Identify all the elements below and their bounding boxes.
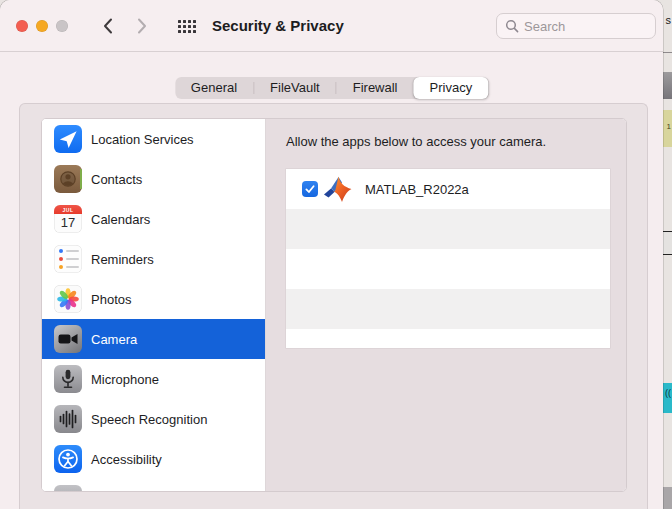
calendar-month-badge: JUL: [54, 205, 82, 214]
tabs-segmented-control: General FileVault Firewall Privacy: [175, 77, 488, 99]
tab-firewall[interactable]: Firewall: [337, 77, 414, 99]
background-teal-mark: ((: [665, 388, 671, 398]
titlebar: Security & Privacy Search: [0, 0, 663, 52]
app-row-matlab[interactable]: MATLAB_R2022a: [286, 169, 610, 209]
sidebar-item-label: Accessibility: [91, 452, 162, 467]
sidebar-item-label: Camera: [91, 332, 137, 347]
photos-icon: [54, 285, 82, 313]
clipped-app-icon: [54, 485, 82, 491]
matlab-checkbox-checked[interactable]: [302, 181, 318, 197]
privacy-sidebar[interactable]: Location Services Contacts: [42, 119, 266, 491]
app-name-label: MATLAB_R2022a: [365, 182, 469, 197]
tab-privacy[interactable]: Privacy: [414, 77, 489, 99]
forward-chevron-icon[interactable]: [135, 17, 149, 35]
background-olive-mark: 1: [667, 122, 671, 131]
sidebar-item-speech-recognition[interactable]: Speech Recognition: [42, 399, 265, 439]
calendars-icon: JUL 17: [54, 205, 82, 233]
window-title: Security & Privacy: [212, 17, 344, 34]
search-input[interactable]: Search: [496, 13, 656, 39]
traffic-lights: [16, 20, 68, 32]
speech-recognition-icon: [54, 405, 82, 433]
sidebar-item-label: Contacts: [91, 172, 142, 187]
sidebar-item-microphone[interactable]: Microphone: [42, 359, 265, 399]
search-icon: [505, 19, 519, 33]
accessibility-icon: [54, 445, 82, 473]
reminders-icon: [54, 245, 82, 273]
camera-app-list[interactable]: MATLAB_R2022a: [286, 169, 610, 348]
sidebar-item-label: Microphone: [91, 372, 159, 387]
sidebar-item-label: Photos: [91, 292, 131, 307]
calendar-day-badge: 17: [54, 214, 82, 232]
matlab-icon: [322, 172, 356, 206]
background-gray-block: [662, 72, 672, 99]
tab-filevault[interactable]: FileVault: [254, 77, 336, 99]
zoom-button-disabled: [56, 20, 68, 32]
empty-list-row: [286, 329, 610, 348]
minimize-button[interactable]: [36, 20, 48, 32]
sidebar-item-camera[interactable]: Camera: [42, 319, 265, 359]
sidebar-item-calendars[interactable]: JUL 17 Calendars: [42, 199, 265, 239]
background-line: [662, 52, 672, 53]
sidebar-item-contacts[interactable]: Contacts: [42, 159, 265, 199]
search-placeholder: Search: [524, 19, 565, 34]
sidebar-item-label: Speech Recognition: [91, 412, 207, 427]
sidebar-item-location-services[interactable]: Location Services: [42, 119, 265, 159]
tab-general[interactable]: General: [175, 77, 253, 99]
sidebar-item-photos[interactable]: Photos: [42, 279, 265, 319]
sidebar-item-partially-visible[interactable]: [42, 479, 265, 491]
location-services-icon: [54, 125, 82, 153]
sidebar-item-reminders[interactable]: Reminders: [42, 239, 265, 279]
sidebar-item-label: Reminders: [91, 252, 154, 267]
camera-permission-caption: Allow the apps below to access your came…: [286, 134, 546, 149]
microphone-icon: [54, 365, 82, 393]
empty-list-row: [286, 249, 610, 289]
security-privacy-window: Security & Privacy Search General FileVa…: [0, 0, 663, 509]
privacy-pane: Location Services Contacts: [41, 118, 627, 492]
empty-list-row: [286, 289, 610, 329]
camera-detail-panel: Allow the apps below to access your came…: [266, 119, 626, 491]
background-lined-block: [662, 231, 672, 255]
contacts-icon: [54, 165, 82, 193]
camera-icon: [54, 325, 82, 353]
sidebar-item-label: Calendars: [91, 212, 150, 227]
close-button[interactable]: [16, 20, 28, 32]
privacy-content-box: Location Services Contacts: [19, 103, 648, 509]
sidebar-item-accessibility[interactable]: Accessibility: [42, 439, 265, 479]
back-chevron-icon[interactable]: [101, 17, 115, 35]
sidebar-item-label: Location Services: [91, 132, 194, 147]
empty-list-row: [286, 209, 610, 249]
background-gray-block-bottom: [662, 487, 672, 509]
show-all-grid-icon[interactable]: [178, 20, 196, 33]
screenshot-root: s 1 (( Security & Privacy: [0, 0, 672, 509]
tab-bar: General FileVault Firewall Privacy: [175, 77, 488, 99]
background-text-fragment: s: [666, 14, 672, 26]
